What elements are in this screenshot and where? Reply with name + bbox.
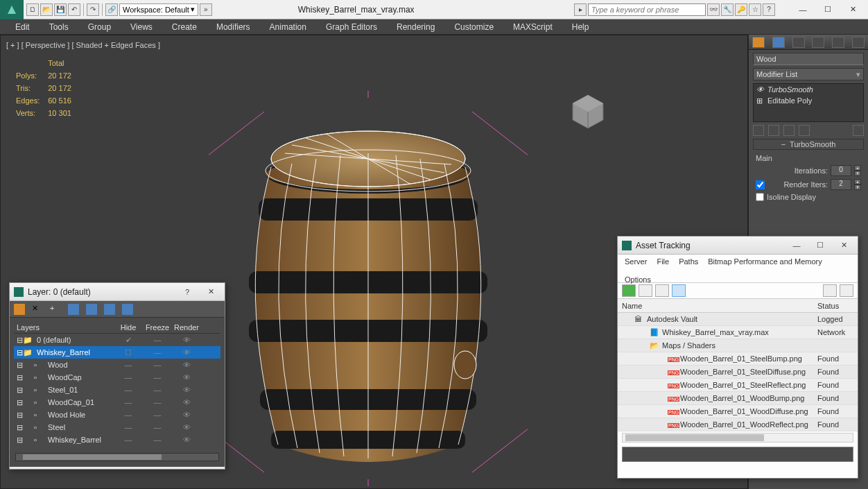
modifier-row[interactable]: 👁TurboSmooth — [754, 84, 863, 95]
asset-scrollbar[interactable] — [622, 433, 853, 443]
minimize-button[interactable]: — — [790, 2, 815, 17]
hierarchy-tab-icon[interactable] — [792, 37, 805, 48]
asset-row[interactable]: PNGWooden_Barrel_01_WoodReflect.pngFound — [618, 418, 858, 431]
asset-menu-options[interactable]: Options — [625, 275, 651, 284]
save-icon[interactable]: 💾 — [54, 3, 67, 16]
object-name-field[interactable]: Wood — [753, 53, 864, 65]
asset-close-button[interactable]: ✕ — [834, 239, 853, 252]
layer-row[interactable]: ⊟ ▫Steel——👁 — [14, 421, 220, 434]
select-layer-icon[interactable] — [68, 304, 79, 315]
asset-view3-icon[interactable] — [672, 284, 686, 297]
modifier-row[interactable]: ⊞Editable Poly — [754, 95, 863, 106]
search-prev-icon[interactable]: ▸ — [574, 3, 587, 16]
menu-group[interactable]: Group — [78, 22, 121, 32]
motion-tab-icon[interactable] — [812, 37, 824, 48]
maximize-button[interactable]: ☐ — [815, 2, 840, 17]
render-column-header[interactable]: Render — [172, 323, 201, 332]
create-tab-icon[interactable] — [752, 37, 765, 48]
asset-row[interactable]: 📂Maps / Shaders — [618, 339, 858, 352]
freeze-layer-icon[interactable] — [122, 304, 133, 315]
menu-modifiers[interactable]: Modifiers — [207, 22, 260, 32]
asset-row[interactable]: 📘Whiskey_Barrel_max_vray.maxNetwork — [618, 326, 858, 339]
asset-row[interactable]: PNGWooden_Barrel_01_SteelReflect.pngFoun… — [618, 379, 858, 392]
layer-row[interactable]: ⊟ ▫Steel_01——👁 — [14, 384, 220, 396]
modifier-list-dropdown[interactable]: Modifier List — [753, 68, 864, 80]
iterations-spinner[interactable]: 0 — [831, 165, 851, 176]
pin-stack-icon[interactable] — [753, 125, 764, 136]
asset-list[interactable]: 🏛Autodesk VaultLogged📘Whiskey_Barrel_max… — [618, 313, 858, 431]
layer-help-button[interactable]: ? — [177, 286, 197, 298]
layer-row[interactable]: ⊟ ▫Whiskey_Barrel——👁 — [14, 434, 220, 446]
modify-tab-icon[interactable] — [772, 37, 785, 48]
search-input[interactable]: Type a keyword or phrase — [588, 3, 706, 16]
key-icon[interactable]: 🔑 — [735, 3, 747, 16]
asset-help-icon[interactable] — [840, 284, 853, 297]
menu-rendering[interactable]: Rendering — [387, 22, 444, 32]
asset-row[interactable]: PNGWooden_Barrel_01_SteelBump.pngFound — [618, 352, 858, 366]
freeze-column-header[interactable]: Freeze — [143, 323, 172, 332]
asset-row[interactable]: 🏛Autodesk VaultLogged — [618, 313, 858, 326]
add-to-layer-icon[interactable]: + — [50, 304, 61, 315]
search-go-icon[interactable]: 👓 — [707, 3, 720, 16]
layer-list[interactable]: ⊟ 📁0 (default)✔—👁⊟ 📁Whiskey_Barrel☐—👁⊟ ▫… — [14, 334, 220, 452]
menu-graph-editors[interactable]: Graph Editors — [316, 22, 387, 32]
menu-maxscript[interactable]: MAXScript — [503, 22, 562, 32]
asset-menu-file[interactable]: File — [657, 257, 669, 266]
utilities-tab-icon[interactable] — [852, 37, 865, 48]
hide-layer-icon[interactable] — [104, 304, 115, 315]
close-button[interactable]: ✕ — [840, 2, 865, 17]
highlight-layer-icon[interactable] — [86, 304, 97, 315]
configure-icon[interactable] — [853, 125, 864, 136]
menu-help[interactable]: Help — [562, 22, 599, 32]
menu-tools[interactable]: Tools — [40, 22, 78, 32]
iterations-spin-buttons[interactable]: ▲▼ — [854, 165, 861, 176]
render-iters-spinner[interactable]: 2 — [831, 179, 851, 190]
layer-row[interactable]: ⊟ ▫WoodCap——👁 — [14, 371, 220, 384]
asset-view2-icon[interactable] — [655, 284, 669, 297]
help-icon[interactable]: ? — [763, 3, 775, 16]
make-unique-icon[interactable] — [783, 125, 795, 136]
asset-settings-icon[interactable] — [823, 284, 837, 297]
undo-icon[interactable]: ↶ — [68, 3, 80, 16]
remove-mod-icon[interactable] — [799, 125, 810, 136]
view-cube[interactable] — [567, 91, 609, 132]
isoline-checkbox[interactable] — [756, 193, 764, 201]
layer-scrollbar[interactable] — [15, 453, 219, 461]
display-tab-icon[interactable] — [832, 37, 844, 48]
asset-refresh-icon[interactable] — [622, 284, 636, 297]
show-end-icon[interactable] — [768, 125, 779, 136]
menu-animation[interactable]: Animation — [260, 22, 316, 32]
hide-column-header[interactable]: Hide — [114, 323, 143, 332]
rollout-header[interactable]: −TurboSmooth — [753, 139, 864, 150]
layer-row[interactable]: ⊟ 📁0 (default)✔—👁 — [14, 334, 220, 346]
menu-create[interactable]: Create — [162, 22, 207, 32]
menu-views[interactable]: Views — [121, 22, 162, 32]
workspace-selector[interactable]: Workspace: Default▾ — [119, 3, 198, 16]
asset-menu-server[interactable]: Server — [625, 257, 647, 266]
render-iters-checkbox[interactable] — [756, 180, 765, 189]
layer-row[interactable]: ⊟ ▫Wood——👁 — [14, 359, 220, 371]
new-layer-icon[interactable] — [14, 304, 25, 315]
asset-menu-paths[interactable]: Paths — [679, 257, 698, 266]
asset-maximize-button[interactable]: ☐ — [810, 239, 830, 252]
new-icon[interactable]: 🗋 — [26, 3, 39, 16]
asset-menu-bitmap-performance-and-memory[interactable]: Bitmap Performance and Memory — [708, 257, 822, 266]
asset-status-column[interactable]: Status — [817, 302, 853, 310]
menu-customize[interactable]: Customize — [444, 22, 503, 32]
delete-layer-icon[interactable]: ✕ — [32, 304, 43, 315]
viewport-label[interactable]: [ + ] [ Perspective ] [ Shaded + Edged F… — [6, 41, 160, 49]
asset-row[interactable]: PNGWooden_Barrel_01_SteelDiffuse.pngFoun… — [618, 366, 858, 379]
layers-column-header[interactable]: Layers — [17, 323, 114, 332]
layer-close-button[interactable]: ✕ — [201, 286, 220, 298]
asset-minimize-button[interactable]: — — [787, 239, 806, 252]
wrench-icon[interactable]: 🔧 — [721, 3, 734, 16]
asset-row[interactable]: PNGWooden_Barrel_01_WoodBump.pngFound — [618, 392, 858, 405]
render-iters-spin-buttons[interactable]: ▲▼ — [854, 179, 861, 190]
star-icon[interactable]: ☆ — [749, 3, 761, 16]
open-icon[interactable]: 📂 — [40, 3, 53, 16]
app-logo-icon[interactable] — [0, 0, 24, 19]
redo-icon[interactable]: ↷ — [87, 3, 99, 16]
layer-row[interactable]: ⊟ ▫WoodCap_01——👁 — [14, 396, 220, 409]
expand-icon[interactable]: » — [200, 3, 212, 16]
modifier-stack[interactable]: 👁TurboSmooth⊞Editable Poly — [753, 83, 864, 122]
